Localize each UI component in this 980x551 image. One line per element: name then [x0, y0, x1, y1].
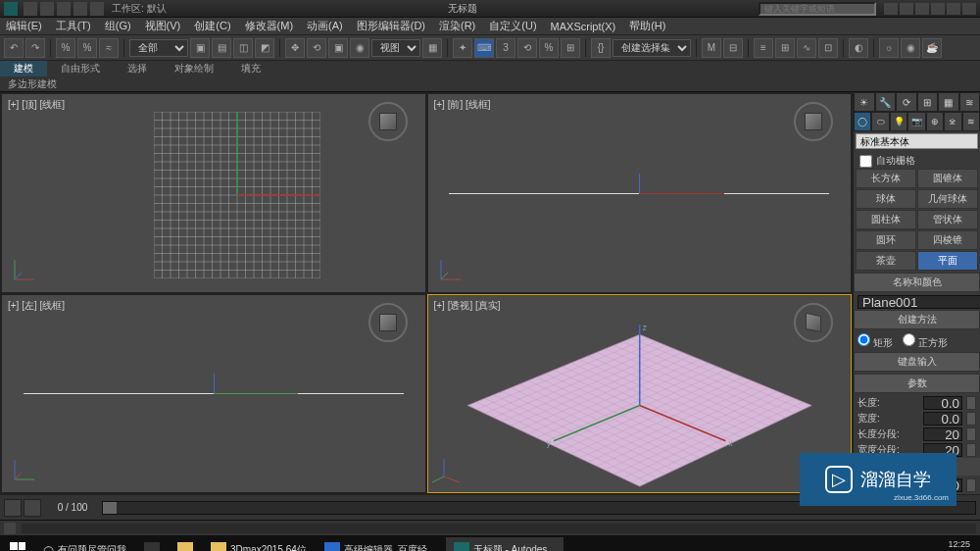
- ribbon-tab-selection[interactable]: 选择: [114, 61, 161, 76]
- ribbon-tab-freeform[interactable]: 自由形式: [47, 61, 114, 76]
- task-view-button[interactable]: [136, 537, 168, 551]
- app-logo-icon[interactable]: [4, 2, 18, 16]
- material-editor-button[interactable]: ◐: [849, 38, 868, 58]
- snap-toggle-button[interactable]: 3: [496, 38, 515, 58]
- object-name-input[interactable]: [858, 295, 980, 309]
- track-bar[interactable]: [22, 524, 976, 533]
- btn-cone[interactable]: 圆锥体: [917, 169, 978, 188]
- ribbon-tab-object-paint[interactable]: 对象绘制: [161, 61, 227, 76]
- taskbar-3dsmax[interactable]: 3Dmax2015 64位: [203, 537, 315, 551]
- lseg-spinner[interactable]: [966, 427, 976, 441]
- width-input[interactable]: [923, 412, 962, 426]
- start-button[interactable]: [2, 537, 33, 551]
- select-object-button[interactable]: ▣: [190, 38, 210, 58]
- qat-save-icon[interactable]: [57, 2, 71, 16]
- edit-named-sel-button[interactable]: {}: [591, 38, 611, 58]
- btn-pyramid[interactable]: 四棱锥: [917, 230, 978, 250]
- viewport-front-label[interactable]: [+] [前] [线框]: [434, 98, 491, 112]
- cat-lights-icon[interactable]: 💡: [890, 112, 907, 131]
- menu-edit[interactable]: 编辑(E): [6, 19, 42, 33]
- tab-utilities-icon[interactable]: 🔧: [875, 92, 897, 112]
- menu-create[interactable]: 创建(C): [194, 19, 230, 33]
- menu-animation[interactable]: 动画(A): [307, 19, 343, 33]
- length-input[interactable]: [923, 396, 962, 410]
- close-button[interactable]: [962, 3, 976, 15]
- layer-button[interactable]: ≡: [754, 38, 773, 58]
- ref-coord-dropdown[interactable]: 视图: [371, 39, 420, 57]
- tab-modify-icon[interactable]: ▦: [938, 92, 959, 112]
- selection-filter-dropdown[interactable]: 全部: [129, 39, 188, 57]
- qat-new-icon[interactable]: [24, 2, 37, 16]
- viewport-top-label[interactable]: [+] [顶] [线框]: [8, 98, 65, 112]
- ribbon-tab-modeling[interactable]: 建模: [0, 61, 47, 76]
- btn-tube[interactable]: 管状体: [917, 210, 978, 229]
- system-clock[interactable]: 12:25 2015/10/6: [923, 539, 978, 551]
- mirror-button[interactable]: M: [702, 38, 721, 58]
- maximize-button[interactable]: [947, 3, 960, 15]
- qat-redo-icon[interactable]: [90, 2, 104, 16]
- ribbon-tab-populate[interactable]: 填充: [227, 61, 274, 76]
- rendered-frame-button[interactable]: ◉: [901, 38, 920, 58]
- tab-display-icon[interactable]: ☀: [854, 92, 875, 112]
- notification-icon[interactable]: [884, 3, 898, 15]
- radio-rectangle[interactable]: 矩形: [858, 333, 893, 350]
- cortana-button[interactable]: ◯ 有问题尽管问我: [35, 537, 134, 551]
- status-lock-icon[interactable]: [4, 523, 16, 534]
- use-pivot-button[interactable]: ▦: [422, 38, 442, 58]
- workspace-label[interactable]: 工作区: 默认: [112, 2, 167, 16]
- cat-shapes-icon[interactable]: ⬭: [871, 112, 889, 131]
- auto-grid-checkbox[interactable]: [859, 155, 872, 168]
- cat-space-warps-icon[interactable]: ※: [944, 112, 961, 131]
- tab-motion-icon[interactable]: ⟳: [896, 92, 917, 112]
- viewport-front[interactable]: [+] [前] [线框]: [427, 93, 853, 293]
- viewcube-front[interactable]: [794, 102, 833, 141]
- viewcube-top[interactable]: [368, 102, 408, 141]
- btn-sphere[interactable]: 球体: [856, 189, 916, 209]
- cat-cameras-icon[interactable]: 📷: [907, 112, 925, 131]
- rollout-creation-method[interactable]: 创建方法: [854, 310, 980, 329]
- qat-undo-icon[interactable]: [74, 2, 87, 16]
- rollout-keyboard-entry[interactable]: 键盘输入: [854, 352, 980, 372]
- btn-box[interactable]: 长方体: [856, 169, 916, 188]
- radio-square[interactable]: 正方形: [903, 333, 948, 350]
- unlink-button[interactable]: %: [77, 38, 97, 58]
- timeline-config-icon[interactable]: [4, 499, 22, 517]
- render-production-button[interactable]: ☕: [922, 38, 942, 58]
- menu-maxscript[interactable]: MAXScript(X): [551, 21, 616, 32]
- viewport-top[interactable]: [+] [顶] [线框]: [1, 93, 426, 293]
- rollout-parameters[interactable]: 参数: [854, 374, 980, 393]
- select-manipulate-button[interactable]: ✦: [453, 38, 472, 58]
- window-crossing-button[interactable]: ◩: [255, 38, 274, 58]
- cat-helpers-icon[interactable]: ⊕: [926, 112, 944, 131]
- menu-tools[interactable]: 工具(T): [56, 19, 91, 33]
- taskbar-edge[interactable]: 高级编辑器_百度经...: [317, 537, 444, 551]
- align-button[interactable]: ⊟: [723, 38, 743, 58]
- link-button[interactable]: %: [56, 38, 75, 58]
- menu-rendering[interactable]: 渲染(R): [439, 19, 475, 33]
- select-rotate-button[interactable]: ⟲: [307, 38, 326, 58]
- menu-views[interactable]: 视图(V): [145, 19, 181, 33]
- viewport-left-label[interactable]: [+] [左] [线框]: [8, 299, 65, 313]
- schematic-view-button[interactable]: ⊡: [818, 38, 838, 58]
- help-icon[interactable]: [915, 3, 929, 15]
- lseg-input[interactable]: [923, 427, 962, 441]
- menu-group[interactable]: 组(G): [105, 19, 131, 33]
- qat-open-icon[interactable]: [40, 2, 54, 16]
- select-move-button[interactable]: ✥: [285, 38, 305, 58]
- length-spinner[interactable]: [966, 396, 976, 410]
- viewcube-left[interactable]: [368, 303, 408, 342]
- undo-button[interactable]: ↶: [4, 38, 24, 58]
- menu-help[interactable]: 帮助(H): [629, 19, 665, 33]
- tab-hierarchy-icon[interactable]: ⊞: [917, 92, 939, 112]
- viewport-persp-label[interactable]: [+] [透视] [真实]: [434, 299, 501, 313]
- geometry-category-dropdown[interactable]: 标准基本体: [856, 133, 978, 149]
- rollout-name-color[interactable]: 名称和颜色: [854, 273, 980, 292]
- spinner-snap-button[interactable]: ⊞: [561, 38, 580, 58]
- btn-cylinder[interactable]: 圆柱体: [856, 210, 916, 229]
- taskbar-explorer[interactable]: [170, 537, 201, 551]
- render-setup-button[interactable]: ☼: [879, 38, 899, 58]
- menu-graph-editors[interactable]: 图形编辑器(D): [357, 19, 425, 33]
- cat-systems-icon[interactable]: ≋: [962, 112, 980, 131]
- percent-snap-button[interactable]: %: [539, 38, 559, 58]
- redo-button[interactable]: ↷: [25, 38, 45, 58]
